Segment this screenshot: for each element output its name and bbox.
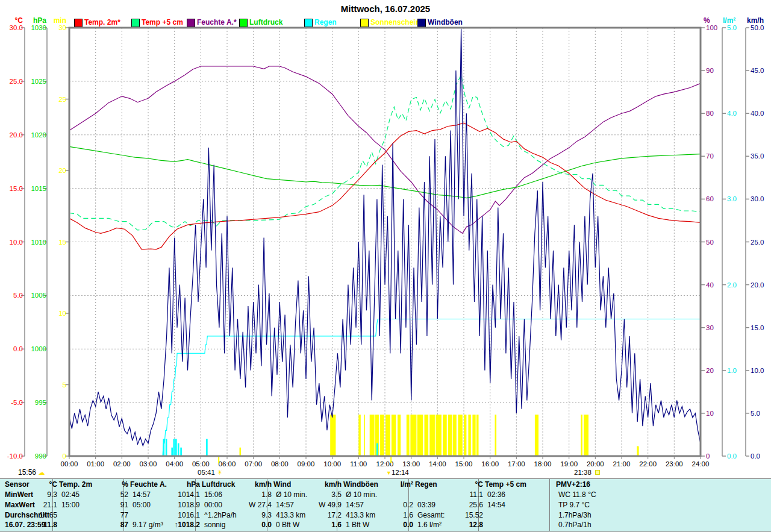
axis-tick-label-min: 20 (58, 167, 66, 174)
sunshine-bar (535, 415, 538, 455)
table-column-header: Regen (415, 480, 437, 489)
table-cell-value: 1014.1 (178, 490, 200, 499)
rain-bar (178, 443, 179, 455)
axis-tick-label-hPa: 1015 (31, 185, 46, 192)
table-column-header: Windböen (343, 480, 378, 489)
rain-bar (171, 448, 173, 455)
table-cell-text: 0.7hPa/1h (558, 521, 592, 530)
table-column-header: Wind (273, 480, 291, 489)
table-cell-value: 17.2 (328, 511, 342, 520)
sunshine-bar (370, 415, 375, 455)
x-tick-label: 21:00 (613, 460, 631, 468)
x-tick-label: 14:00 (429, 460, 446, 468)
axis-tick-label-percent: 40 (706, 281, 714, 289)
sunshine-bar (386, 415, 390, 455)
axis-tick-label-kmh: 30.0 (751, 195, 764, 202)
axis-tick-label-kmh: 45.0 (751, 67, 764, 74)
sunset-square-icon (595, 470, 600, 475)
axis-tick-label-percent: 50 (706, 239, 714, 246)
table-column-unit: °C (49, 480, 57, 489)
axis-tick-label-degC: -10.0 (7, 452, 23, 460)
axis-tick-label-min: 10 (58, 310, 66, 317)
sunset-time: 21:38 (574, 469, 592, 476)
table-cell-text: ^1.2hPa/h (204, 511, 237, 520)
axis-tick-label-percent: 80 (706, 110, 714, 117)
table-column-unit: l/m² (401, 480, 413, 489)
axis-tick-label-percent: 20 (706, 367, 714, 374)
x-tick-label: 15:00 (455, 460, 473, 468)
x-tick-label: 02:00 (113, 460, 131, 468)
axis-tick-label-kmh: 15.0 (751, 324, 764, 331)
table-cell-text: 14:57 (133, 490, 151, 499)
axis-tick-label-lm2: 1.0 (727, 367, 737, 374)
x-tick-label: 17:00 (508, 460, 525, 468)
sunrise-marker: 05:41 ☀ (198, 469, 223, 477)
sunshine-bar (443, 415, 447, 455)
sun-icon: ☀ (217, 469, 223, 476)
axis-tick-label-hPa: 995 (35, 399, 46, 406)
table-cell-value: 21.1 (43, 501, 57, 510)
rain-bar (173, 439, 175, 455)
rain-bar (166, 439, 167, 455)
weather-chart-canvas: 00:0001:0002:0003:0004:0005:0006:0007:00… (0, 0, 771, 532)
table-cell-value: 11.8 (43, 521, 57, 530)
axis-tick-label-percent: 0 (706, 452, 710, 460)
down-arrow-icon: ▼ (386, 470, 392, 476)
table-row-label: 16.07. 23:59 (5, 521, 45, 530)
axis-tick-label-min: 25 (58, 96, 66, 103)
axis-tick-label-hPa: 1030 (31, 24, 46, 31)
x-tick-label: 16:00 (481, 460, 499, 468)
table-cell-value: 77 (120, 511, 128, 520)
sunshine-bar (448, 415, 452, 455)
x-tick-label: 22:00 (639, 460, 657, 468)
axis-tick-label-percent: 60 (706, 195, 714, 202)
axis-tick-label-degC: -5.0 (11, 399, 23, 406)
sunshine-bar (468, 415, 470, 455)
table-cell-value: 1.6 (403, 511, 413, 520)
axis-tick-label-min: 15 (58, 239, 66, 246)
sunshine-bar (410, 415, 416, 455)
table-cell-text: 9.17 g/m³ (133, 521, 163, 530)
axis-tick-label-kmh: 20.0 (751, 281, 764, 289)
table-column-unit: km/h (325, 480, 342, 489)
axis-tick-label-min: 30 (58, 24, 66, 31)
axis-tick-label-kmh: 40.0 (751, 110, 764, 117)
x-tick-label: 09:00 (298, 460, 315, 468)
table-cell-text: 03:39 (417, 501, 435, 510)
table-column: Temp. 2m°C02:459.315:0021.114.6511.8 (53, 479, 124, 531)
table-cell-value: 0.0 (261, 521, 272, 530)
table-column: Windböenkm/hØ 10 min.3.514:57W 49.9413.3… (337, 479, 409, 531)
sunshine-bar (453, 415, 457, 455)
x-tick-label: 08:00 (271, 460, 289, 468)
sunshine-bar (364, 415, 365, 455)
sunshine-bar (417, 415, 423, 455)
axis-tick-label-hPa: 1025 (31, 78, 46, 85)
table-cell-value: ↑1018.2 (174, 521, 200, 530)
x-tick-label: 13:00 (402, 460, 420, 468)
table-corner-header: Sensor (5, 480, 30, 489)
table-cell-value: 12.8 (469, 521, 483, 530)
table-cell-text: Gesamt: (417, 511, 445, 520)
axis-tick-label-hPa: 990 (35, 452, 46, 460)
sunshine-bar (476, 415, 479, 455)
table-cell-text: TP 9.7 °C (558, 501, 590, 510)
table-cell-text: 413.3 km (276, 511, 305, 520)
table-cell-text: 05:00 (133, 501, 151, 510)
sunrise-time: 05:41 (198, 469, 215, 476)
table-cell-value: 11.1 (470, 490, 483, 499)
axis-tick-label-percent: 30 (706, 324, 714, 331)
table-column: Regenl/m²03:390.2Gesamt:1.61.6 l/m²0.0 (409, 479, 479, 531)
table-cell-value: 0.2 (403, 501, 413, 510)
sun-cloud-icon: ☁ (38, 469, 45, 476)
table-cell-text: 1 Bft W (346, 521, 369, 530)
sunshine-bar (435, 415, 442, 455)
table-cell-value: 1.8 (261, 490, 272, 499)
axis-tick-label-percent: 70 (706, 152, 714, 160)
table-cell-text: 14:57 (276, 501, 294, 510)
sunshine-bar (380, 415, 384, 455)
stats-table: SensorMinWertMaxWertDurchschnitt16.07. 2… (0, 478, 771, 532)
axis-tick-label-hPa: 1005 (31, 292, 46, 299)
x-tick-label: 03:00 (140, 460, 157, 468)
table-cell-value: 9.3 (261, 511, 272, 520)
sunshine-bar-small (240, 448, 242, 455)
